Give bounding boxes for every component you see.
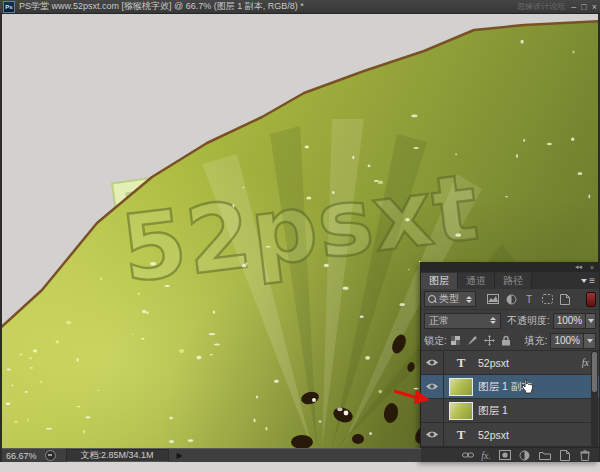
blend-mode-row: 正常 不透明度: 100% <box>421 310 599 331</box>
layer-name[interactable]: 图层 1 <box>478 404 508 418</box>
layer-filter-row: 类型 T <box>421 289 599 310</box>
image-layer-thumbnail[interactable] <box>449 378 473 396</box>
adobe-drive-icon[interactable] <box>45 450 56 461</box>
fill-input[interactable]: 100% <box>550 333 584 349</box>
zoom-level[interactable]: 66.67% <box>6 451 37 461</box>
dropdown-arrows-icon <box>466 296 472 303</box>
filter-on-off-toggle[interactable] <box>586 292 596 307</box>
layer-list-scrollbar[interactable] <box>591 351 598 447</box>
lock-all-padlock-icon[interactable] <box>499 334 514 347</box>
image-layer-thumbnail[interactable] <box>449 402 473 420</box>
eye-icon <box>425 358 439 367</box>
layer-row-layer1-copy[interactable]: 图层 1 副本 <box>421 375 599 399</box>
filter-adjustment-layers-icon[interactable] <box>503 292 519 306</box>
status-options-arrow[interactable]: ▶ <box>177 451 183 460</box>
opacity-input[interactable]: 100% <box>553 313 587 329</box>
document-size-info: 文档:2.85M/34.1M <box>66 449 169 462</box>
filter-type-layers-icon[interactable]: T <box>521 292 537 306</box>
scrollbar-thumb[interactable] <box>592 352 597 392</box>
layers-panel: ◂◂ × 图层 通道 路径 ≡ 类型 T <box>420 262 599 462</box>
red-annotation-arrow <box>392 386 432 406</box>
panel-menu-button[interactable]: ≡ <box>581 273 595 289</box>
fill-value: 100% <box>554 335 580 346</box>
photoshop-window: Ps PS学堂 www.52psxt.com [猕猴桃字效] @ 66.7% (… <box>0 0 600 472</box>
lock-row: 锁定: 填充: 100% <box>421 331 599 351</box>
filter-smart-objects-icon[interactable] <box>557 292 573 306</box>
photoshop-app-icon: Ps <box>3 1 15 13</box>
layer-style-fx-icon[interactable]: fx. <box>481 450 491 461</box>
window-left-border <box>0 14 2 462</box>
visibility-toggle[interactable] <box>421 423 444 446</box>
layer-name[interactable]: 52psxt <box>478 429 509 441</box>
title-bar: Ps PS学堂 www.52psxt.com [猕猴桃字效] @ 66.7% (… <box>0 0 600 14</box>
layer-row-52psxt-bottom[interactable]: T 52psxt <box>421 423 599 447</box>
add-layer-mask-icon[interactable] <box>498 449 511 461</box>
layer-list: T 52psxt fx 图层 1 副本 图层 1 <box>421 351 599 447</box>
new-adjustment-layer-icon[interactable] <box>518 449 531 461</box>
layer-row-52psxt-top[interactable]: T 52psxt fx <box>421 351 599 375</box>
tab-paths[interactable]: 路径 <box>495 273 532 289</box>
panel-group-header[interactable]: ◂◂ × <box>421 262 599 272</box>
dropdown-arrows-icon <box>490 317 496 324</box>
lock-label: 锁定: <box>424 334 447 348</box>
delete-layer-trash-icon[interactable] <box>578 449 591 461</box>
fill-slider-button[interactable] <box>584 333 596 349</box>
collapse-panel-icon[interactable]: ◂◂ <box>575 263 582 271</box>
tab-layers[interactable]: 图层 <box>421 273 458 289</box>
text-layer-thumbnail[interactable]: T <box>449 426 473 444</box>
layer-row-layer1[interactable]: 图层 1 <box>421 399 599 423</box>
close-button[interactable]: × <box>592 1 597 13</box>
tab-channels[interactable]: 通道 <box>458 273 495 289</box>
eye-icon <box>425 430 439 439</box>
minimize-button[interactable]: – <box>571 1 576 13</box>
layer-fx-badge[interactable]: fx <box>582 357 589 368</box>
blend-mode-value: 正常 <box>429 314 449 328</box>
new-group-folder-icon[interactable] <box>538 449 551 461</box>
search-icon <box>428 295 436 303</box>
filter-type-dropdown[interactable]: 类型 <box>424 291 476 307</box>
filter-type-label: 类型 <box>439 292 459 306</box>
menu-lines-icon: ≡ <box>589 277 595 285</box>
opacity-slider-button[interactable] <box>586 313 596 329</box>
fill-label: 填充: <box>525 334 548 348</box>
layers-panel-bottom-bar: fx. <box>421 447 599 462</box>
hand-cursor-icon <box>521 379 534 395</box>
maximize-button[interactable]: □ <box>581 1 586 13</box>
close-panel-icon[interactable]: × <box>590 264 594 271</box>
opacity-label: 不透明度: <box>507 314 550 328</box>
opacity-value: 100% <box>557 315 583 326</box>
blend-mode-dropdown[interactable]: 正常 <box>424 313 501 329</box>
link-layers-icon[interactable] <box>461 449 474 461</box>
watermark-text: 思缘设计论坛 <box>517 1 565 12</box>
new-layer-icon[interactable] <box>558 449 571 461</box>
text-layer-thumbnail[interactable]: T <box>449 354 473 372</box>
visibility-toggle[interactable] <box>421 351 444 374</box>
window-bottom-edge <box>0 462 600 472</box>
lock-position-move-icon[interactable] <box>482 334 497 347</box>
lock-transparency-icon[interactable] <box>448 334 463 347</box>
lock-pixels-brush-icon[interactable] <box>465 334 480 347</box>
layer-name[interactable]: 52psxt <box>478 357 509 369</box>
filter-shape-layers-icon[interactable] <box>539 292 555 306</box>
filter-pixel-layers-icon[interactable] <box>485 292 501 306</box>
chevron-down-icon <box>581 279 587 283</box>
status-bar: 66.67% 文档:2.85M/34.1M ▶ <box>2 448 421 462</box>
panel-tabs: 图层 通道 路径 ≡ <box>421 272 599 289</box>
window-title: PS学堂 www.52psxt.com [猕猴桃字效] @ 66.7% (图层 … <box>19 0 517 13</box>
